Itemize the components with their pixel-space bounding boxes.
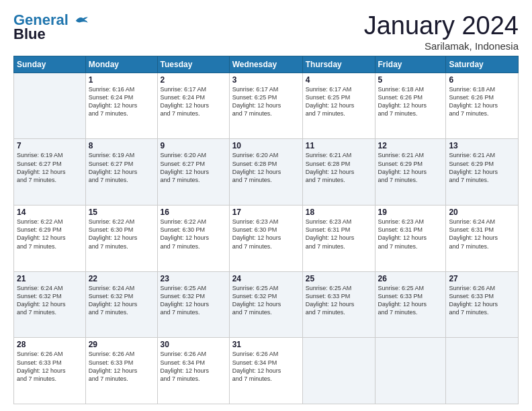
calendar-table: Sunday Monday Tuesday Wednesday Thursday… (13, 56, 519, 404)
day-info: Sunrise: 6:25 AM Sunset: 6:32 PM Dayligh… (232, 284, 300, 317)
calendar-cell: 3Sunrise: 6:17 AM Sunset: 6:25 PM Daylig… (229, 73, 302, 139)
day-number: 7 (17, 141, 83, 150)
month-title: January 2024 (364, 12, 519, 40)
calendar-cell: 10Sunrise: 6:20 AM Sunset: 6:28 PM Dayli… (229, 139, 302, 205)
day-info: Sunrise: 6:20 AM Sunset: 6:27 PM Dayligh… (161, 151, 226, 184)
calendar-cell: 5Sunrise: 6:18 AM Sunset: 6:26 PM Daylig… (375, 73, 446, 139)
calendar-cell: 30Sunrise: 6:26 AM Sunset: 6:34 PM Dayli… (157, 338, 229, 404)
calendar-week-row: 28Sunrise: 6:26 AM Sunset: 6:33 PM Dayli… (14, 338, 519, 404)
day-info: Sunrise: 6:19 AM Sunset: 6:27 PM Dayligh… (17, 151, 83, 184)
header-thursday: Thursday (302, 56, 375, 73)
header-friday: Friday (375, 56, 446, 73)
day-info: Sunrise: 6:17 AM Sunset: 6:24 PM Dayligh… (161, 85, 226, 118)
calendar-cell: 1Sunrise: 6:16 AM Sunset: 6:24 PM Daylig… (85, 73, 157, 139)
calendar-cell: 23Sunrise: 6:25 AM Sunset: 6:32 PM Dayli… (157, 271, 229, 338)
calendar-cell: 17Sunrise: 6:23 AM Sunset: 6:30 PM Dayli… (229, 205, 302, 272)
calendar-week-row: 21Sunrise: 6:24 AM Sunset: 6:32 PM Dayli… (14, 271, 519, 338)
calendar-week-row: 14Sunrise: 6:22 AM Sunset: 6:29 PM Dayli… (14, 205, 519, 272)
calendar-cell: 27Sunrise: 6:26 AM Sunset: 6:33 PM Dayli… (446, 271, 519, 338)
calendar-cell: 21Sunrise: 6:24 AM Sunset: 6:32 PM Dayli… (14, 271, 86, 338)
header-monday: Monday (85, 56, 157, 73)
weekday-header-row: Sunday Monday Tuesday Wednesday Thursday… (14, 56, 519, 73)
calendar-cell: 15Sunrise: 6:22 AM Sunset: 6:30 PM Dayli… (85, 205, 157, 272)
day-info: Sunrise: 6:26 AM Sunset: 6:33 PM Dayligh… (17, 350, 83, 383)
header-saturday: Saturday (446, 56, 519, 73)
day-info: Sunrise: 6:23 AM Sunset: 6:31 PM Dayligh… (306, 218, 372, 250)
calendar-cell: 6Sunrise: 6:18 AM Sunset: 6:26 PM Daylig… (446, 73, 519, 139)
day-info: Sunrise: 6:19 AM Sunset: 6:27 PM Dayligh… (89, 151, 154, 184)
day-info: Sunrise: 6:26 AM Sunset: 6:33 PM Dayligh… (449, 284, 515, 317)
day-number: 29 (89, 340, 154, 349)
day-number: 14 (17, 208, 83, 217)
day-number: 5 (378, 75, 443, 85)
day-number: 25 (306, 274, 372, 283)
calendar-cell: 31Sunrise: 6:26 AM Sunset: 6:34 PM Dayli… (229, 338, 302, 404)
calendar-cell: 13Sunrise: 6:21 AM Sunset: 6:29 PM Dayli… (446, 139, 519, 205)
day-info: Sunrise: 6:26 AM Sunset: 6:34 PM Dayligh… (161, 350, 226, 383)
header: General Blue January 2024 Sarilamak, Ind… (13, 12, 519, 52)
calendar-cell: 11Sunrise: 6:21 AM Sunset: 6:28 PM Dayli… (302, 139, 375, 205)
day-info: Sunrise: 6:22 AM Sunset: 6:30 PM Dayligh… (161, 218, 226, 250)
logo-bird-icon (74, 15, 89, 27)
calendar-cell: 4Sunrise: 6:17 AM Sunset: 6:25 PM Daylig… (302, 73, 375, 139)
calendar-cell: 19Sunrise: 6:23 AM Sunset: 6:31 PM Dayli… (375, 205, 446, 272)
day-info: Sunrise: 6:25 AM Sunset: 6:32 PM Dayligh… (161, 284, 226, 317)
day-info: Sunrise: 6:21 AM Sunset: 6:29 PM Dayligh… (378, 151, 443, 184)
calendar-cell: 26Sunrise: 6:25 AM Sunset: 6:33 PM Dayli… (375, 271, 446, 338)
day-number: 6 (449, 75, 515, 85)
day-info: Sunrise: 6:25 AM Sunset: 6:33 PM Dayligh… (378, 284, 443, 317)
day-info: Sunrise: 6:22 AM Sunset: 6:29 PM Dayligh… (17, 218, 83, 250)
day-number: 11 (306, 141, 372, 150)
header-wednesday: Wednesday (229, 56, 302, 73)
day-number: 13 (449, 141, 515, 150)
day-number: 19 (378, 208, 443, 217)
day-info: Sunrise: 6:25 AM Sunset: 6:33 PM Dayligh… (306, 284, 372, 317)
day-number: 24 (232, 274, 300, 283)
calendar-cell: 2Sunrise: 6:17 AM Sunset: 6:24 PM Daylig… (157, 73, 229, 139)
day-info: Sunrise: 6:22 AM Sunset: 6:30 PM Dayligh… (89, 218, 154, 250)
calendar-cell: 14Sunrise: 6:22 AM Sunset: 6:29 PM Dayli… (14, 205, 86, 272)
logo-blue: Blue (13, 26, 46, 43)
location-subtitle: Sarilamak, Indonesia (364, 40, 519, 52)
day-number: 28 (17, 340, 83, 349)
day-info: Sunrise: 6:21 AM Sunset: 6:28 PM Dayligh… (306, 151, 372, 184)
day-number: 15 (89, 208, 154, 217)
day-number: 27 (449, 274, 515, 283)
calendar-week-row: 7Sunrise: 6:19 AM Sunset: 6:27 PM Daylig… (14, 139, 519, 205)
calendar-cell: 18Sunrise: 6:23 AM Sunset: 6:31 PM Dayli… (302, 205, 375, 272)
day-info: Sunrise: 6:16 AM Sunset: 6:24 PM Dayligh… (89, 85, 154, 118)
day-info: Sunrise: 6:24 AM Sunset: 6:31 PM Dayligh… (449, 218, 515, 250)
day-number: 1 (89, 75, 154, 85)
day-number: 4 (306, 75, 372, 85)
day-number: 8 (89, 141, 154, 150)
calendar-cell: 29Sunrise: 6:26 AM Sunset: 6:33 PM Dayli… (85, 338, 157, 404)
header-tuesday: Tuesday (157, 56, 229, 73)
calendar-cell: 24Sunrise: 6:25 AM Sunset: 6:32 PM Dayli… (229, 271, 302, 338)
calendar-cell: 9Sunrise: 6:20 AM Sunset: 6:27 PM Daylig… (157, 139, 229, 205)
header-sunday: Sunday (14, 56, 86, 73)
day-number: 16 (161, 208, 226, 217)
day-info: Sunrise: 6:24 AM Sunset: 6:32 PM Dayligh… (89, 284, 154, 317)
calendar-cell (14, 73, 86, 139)
day-info: Sunrise: 6:24 AM Sunset: 6:32 PM Dayligh… (17, 284, 83, 317)
day-info: Sunrise: 6:23 AM Sunset: 6:31 PM Dayligh… (378, 218, 443, 250)
day-info: Sunrise: 6:26 AM Sunset: 6:34 PM Dayligh… (232, 350, 300, 383)
day-number: 18 (306, 208, 372, 217)
day-info: Sunrise: 6:20 AM Sunset: 6:28 PM Dayligh… (232, 151, 300, 184)
logo: General Blue (13, 12, 89, 43)
day-number: 26 (378, 274, 443, 283)
calendar-cell: 16Sunrise: 6:22 AM Sunset: 6:30 PM Dayli… (157, 205, 229, 272)
day-number: 9 (161, 141, 226, 150)
day-info: Sunrise: 6:26 AM Sunset: 6:33 PM Dayligh… (89, 350, 154, 383)
calendar-cell: 22Sunrise: 6:24 AM Sunset: 6:32 PM Dayli… (85, 271, 157, 338)
day-number: 2 (161, 75, 226, 85)
day-info: Sunrise: 6:17 AM Sunset: 6:25 PM Dayligh… (306, 85, 372, 118)
calendar-week-row: 1Sunrise: 6:16 AM Sunset: 6:24 PM Daylig… (14, 73, 519, 139)
day-number: 22 (89, 274, 154, 283)
calendar-page: General Blue January 2024 Sarilamak, Ind… (0, 0, 532, 411)
calendar-cell: 28Sunrise: 6:26 AM Sunset: 6:33 PM Dayli… (14, 338, 86, 404)
calendar-cell (446, 338, 519, 404)
day-number: 30 (161, 340, 226, 349)
day-info: Sunrise: 6:21 AM Sunset: 6:29 PM Dayligh… (449, 151, 515, 184)
calendar-cell (302, 338, 375, 404)
